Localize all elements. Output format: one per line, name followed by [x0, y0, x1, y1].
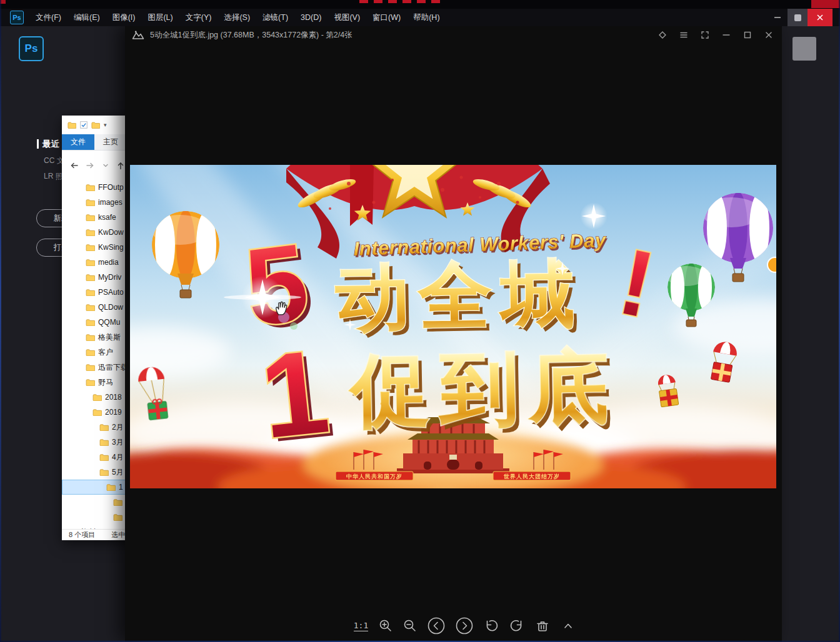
window-controls [768, 9, 840, 26]
folder-icon [86, 289, 95, 296]
glitch-artifact [811, 0, 840, 8]
promo-poster-image[interactable]: 中华人民共和国万岁 世界人民大团结万岁 [130, 165, 776, 488]
folder-icon [86, 184, 95, 191]
folder-name: 客户 [98, 347, 113, 358]
folder-icon [86, 304, 95, 311]
folder-name: KwDow [98, 228, 124, 237]
menu-icon[interactable] [678, 29, 689, 41]
rotate-right-button[interactable] [509, 618, 524, 633]
rotate-right-icon [509, 618, 524, 633]
viewer-titlebar[interactable]: 5动全城1促到底.jpg (37.68MB，3543x1772像素) - 第2/… [125, 25, 782, 45]
rotate-left-button[interactable] [484, 618, 499, 633]
edge-artifact [0, 0, 1, 642]
menu-item[interactable]: 图像(I) [106, 9, 142, 26]
folder-icon [106, 483, 116, 491]
folder-icon [113, 498, 122, 506]
folder-name: MyDriv [98, 273, 121, 282]
folder-name: 5月 [112, 467, 124, 478]
next-image-button[interactable] [456, 617, 473, 635]
folder-name: ksafe [98, 213, 116, 222]
menu-item[interactable]: 3D(D) [294, 9, 328, 26]
zoom-out-icon [403, 619, 417, 633]
trash-icon [535, 618, 550, 633]
folder-name: 野马 [98, 377, 113, 388]
folder-name: PSAuto [98, 288, 124, 297]
minimize-icon [772, 12, 783, 23]
menu-item[interactable]: 滤镜(T) [256, 9, 294, 26]
new-folder-icon[interactable] [91, 121, 100, 129]
folder-icon [92, 408, 102, 416]
folder-icon [86, 229, 95, 236]
selection-label: 选中 [111, 530, 125, 540]
more-options-button[interactable] [561, 618, 576, 633]
folder-icon [99, 453, 109, 461]
sidebar-item-recent[interactable]: 最近 [42, 139, 59, 150]
actual-size-button[interactable]: 1:1 [354, 621, 368, 631]
up-icon[interactable] [116, 160, 126, 170]
menu-item[interactable]: 文字(Y) [179, 9, 218, 26]
previous-image-button[interactable] [428, 617, 445, 635]
folder-name: 格美斯 [98, 332, 121, 343]
home-panel-fragment [792, 37, 816, 61]
properties-check-icon[interactable] [80, 121, 88, 129]
menu-item[interactable]: 视图(V) [328, 9, 366, 26]
folder-icon [86, 244, 95, 251]
tab-home[interactable]: 主页 [94, 134, 127, 150]
close-button[interactable] [808, 9, 832, 26]
folder-name: 2月 [112, 422, 124, 433]
folder-icon [86, 348, 95, 356]
back-icon[interactable] [69, 160, 79, 170]
menu-item[interactable]: 选择(S) [218, 9, 256, 26]
photoshop-logo: Ps [19, 36, 44, 61]
line2-text: 促到底 [347, 342, 618, 436]
zoom-in-button[interactable] [379, 619, 392, 633]
folder-icon [86, 274, 95, 281]
folder-name: 4月 [112, 452, 124, 463]
menu-item[interactable]: 文件(F) [29, 9, 68, 26]
maximize-button[interactable] [788, 9, 808, 26]
banner-left-text: 中华人民共和国万岁 [346, 473, 402, 480]
item-count: 8 个项目 [69, 530, 95, 540]
folder-icon [86, 378, 95, 386]
number-1: 1 [255, 324, 334, 463]
distant-balloon [768, 257, 776, 272]
folder-icon[interactable] [68, 121, 76, 129]
viewer-app-icon [132, 30, 144, 40]
qat-dropdown-icon[interactable]: ▾ [104, 122, 107, 128]
menu-item[interactable]: 窗口(W) [366, 9, 407, 26]
minimize-icon[interactable] [721, 29, 732, 41]
menu-item[interactable]: 帮助(H) [407, 9, 446, 26]
chevron-right-icon [456, 617, 473, 635]
folder-icon [86, 363, 95, 371]
recent-locations-icon[interactable] [102, 162, 109, 169]
banner-right-text: 世界人民大团结万岁 [503, 473, 560, 480]
photoshop-app-icon[interactable]: Ps [10, 11, 24, 24]
folder-icon [86, 214, 95, 221]
folder-icon [99, 438, 109, 446]
delete-button[interactable] [535, 618, 550, 633]
glitch-artifact [359, 0, 442, 3]
tab-file[interactable]: 文件 [62, 134, 94, 150]
fullscreen-icon[interactable] [699, 29, 711, 41]
window-top-strip [0, 0, 840, 9]
effects-icon[interactable] [657, 29, 668, 41]
photoshop-menubar: Ps 文件(F) 编辑(E) 图像(I) 图层(L) 文字(Y) 选择(S) 滤… [0, 9, 840, 26]
forward-icon[interactable] [86, 160, 96, 170]
folder-icon [86, 333, 95, 341]
desktop: Ps 文件(F) 编辑(E) 图像(I) 图层(L) 文字(Y) 选择(S) 滤… [0, 0, 840, 642]
folder-icon [99, 423, 109, 431]
folder-name: 1 [119, 483, 123, 491]
viewer-toolbar: 1:1 [136, 617, 793, 635]
zoom-out-button[interactable] [403, 619, 417, 633]
close-icon[interactable] [763, 29, 774, 41]
minimize-button[interactable] [768, 9, 788, 26]
folder-name: 2019 [105, 408, 122, 417]
folder-name: images [98, 198, 122, 207]
folder-name: 2018 [105, 393, 122, 402]
maximize-icon[interactable] [742, 29, 753, 41]
zoom-in-icon [379, 619, 392, 633]
menu-item[interactable]: 图层(L) [141, 9, 179, 26]
rotate-left-icon [484, 618, 499, 633]
menu-item[interactable]: 编辑(E) [68, 9, 106, 26]
folder-name: QQMu [98, 318, 120, 327]
